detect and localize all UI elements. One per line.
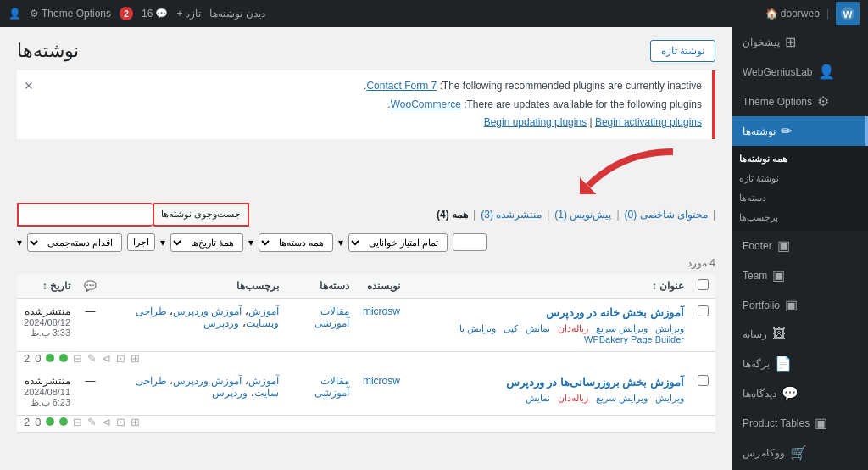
woo-icon: 🛒 (790, 445, 807, 461)
row2-category[interactable]: مقالات آموزشی (314, 375, 349, 399)
row2-icon-edit2: ✎ (87, 416, 97, 428)
table-row-icons1: ⊞ ⊡ ⊳ ✎ ⊟ 0 2 (17, 351, 715, 368)
row1-view-link[interactable]: نمایش (526, 323, 550, 333)
begin-updating-link[interactable]: Begin updating plugins (484, 116, 587, 128)
sidebar-item-pages[interactable]: 📄 برگه‌ها (732, 349, 868, 378)
row2-icon-forward: ⊳ (102, 416, 111, 428)
row1-icon-copy2: ⊡ (116, 352, 125, 365)
row1-trash-link[interactable]: زباله‌دان (558, 323, 588, 333)
posts-submenu: همه نوشته‌ها نوشتهٔ تازه دسته‌ها برچسب‌ه… (732, 146, 868, 231)
row1-category[interactable]: مقالات آموزشی (314, 305, 349, 329)
tab-draft[interactable]: پیش‌نویس (1) (554, 209, 611, 221)
wordpress-logo[interactable]: W (836, 2, 860, 25)
row2-view-link[interactable]: نمایش (526, 393, 550, 403)
bar-comments[interactable]: 💬 16 (142, 8, 168, 20)
contact-form-link[interactable]: Contact Form 7 (366, 80, 437, 92)
sidebar-sub-tags[interactable]: برچسب‌ها (732, 208, 868, 227)
sidebar: ⊞ پیشخوان 👤 WebGeniusLab ⚙ Theme Options… (732, 27, 868, 470)
row1-quick-edit-link[interactable]: ویرایش سریع (596, 323, 648, 333)
page-title: نوشته‌ها (17, 40, 79, 62)
sidebar-item-portfolio[interactable]: ▣ Portfolio (732, 290, 868, 320)
row1-tag2[interactable]: آموزش وردپرس (173, 305, 242, 317)
tab-all[interactable]: همه (4) (437, 209, 468, 221)
sidebar-label-media: رسانه (743, 328, 767, 340)
bar-theme-options[interactable]: Theme Options ⚙ (30, 8, 111, 20)
row2-tag1[interactable]: آموزش (248, 375, 279, 387)
filter-button[interactable]: صافی (453, 233, 487, 251)
begin-activating-link[interactable]: Begin activating plugins (595, 116, 702, 128)
notice-line3: Begin updating plugins | Begin activatin… (27, 114, 702, 132)
col-title-header: عنوان ↕ (407, 274, 691, 299)
woocommerce-link[interactable]: WooCommerce (391, 98, 461, 110)
apply-button[interactable]: اجرا (127, 233, 155, 251)
sidebar-item-woocommerce[interactable]: 🛒 ووکامرس (732, 438, 868, 467)
sidebar-item-footer[interactable]: ▣ Footer (732, 231, 868, 260)
row1-title[interactable]: آموزش بخش خانه در وردپرس (414, 305, 684, 321)
sidebar-sub-all-posts[interactable]: همه نوشته‌ها (732, 149, 868, 169)
search-posts-button[interactable]: جست‌وجوی نوشته‌ها (153, 203, 249, 227)
tab-personal[interactable]: محتوای شاخصی (0) (625, 209, 708, 221)
bar-user[interactable]: 👤 (8, 8, 21, 20)
row1-author-cell: microsw (356, 298, 407, 351)
sidebar-item-posts[interactable]: ✏ نوشته‌ها (732, 116, 868, 146)
new-post-button[interactable]: نوشتهٔ تازه (650, 40, 715, 62)
row1-dot1 (59, 354, 68, 362)
col-categories-header: دسته‌ها (286, 274, 356, 299)
sidebar-sub-new-post[interactable]: نوشتهٔ تازه (732, 169, 868, 188)
row1-num1: 0 (35, 352, 41, 365)
row2-tag2[interactable]: آموزش وردپرس (173, 375, 242, 387)
search-input[interactable] (17, 203, 153, 227)
sidebar-item-team[interactable]: ▣ Team (732, 260, 868, 290)
row2-trash-link[interactable]: زباله‌دان (558, 393, 588, 403)
row1-edit-link[interactable]: ویرایش (655, 323, 684, 333)
bar-notifications[interactable]: 2 (120, 7, 133, 20)
chevron-down-icon4: ▾ (17, 237, 22, 249)
sidebar-item-media[interactable]: 🖼 رسانه (732, 320, 868, 349)
sidebar-item-theme-options[interactable]: ⚙ Theme Options (732, 87, 868, 116)
row1-checkbox[interactable] (698, 305, 709, 316)
row1-actions: ویرایش ویرایش سریع زباله‌دان نمایش کپی و… (414, 323, 684, 344)
select-all-checkbox[interactable] (698, 279, 709, 290)
sidebar-item-dashboard[interactable]: ⊞ پیشخوان (732, 27, 868, 57)
accessibility-filter[interactable]: تمام امتیاز خوانایی (348, 233, 448, 252)
row1-tag4[interactable]: وردپرس (203, 317, 239, 329)
tab-published[interactable]: منتشرشده (3) (481, 209, 542, 221)
row2-author[interactable]: microsw (363, 375, 400, 387)
page-header: نوشتهٔ تازه نوشته‌ها (17, 40, 715, 62)
row2-dot1 (59, 417, 68, 426)
dashboard-icon: ⊞ (785, 34, 796, 50)
filter-row: صافی تمام امتیاز خوانایی ▾ همه دسته‌ها ▾… (17, 233, 715, 252)
categories-filter[interactable]: همه دسته‌ها (259, 233, 333, 252)
row2-tag4[interactable]: وردپرس (212, 387, 248, 399)
sidebar-item-webgeniuslab[interactable]: 👤 WebGeniusLab (732, 57, 868, 87)
row2-quick-edit-link[interactable]: ویرایش سریع (596, 393, 648, 403)
dates-filter[interactable]: همهٔ تاریخ‌ها (170, 233, 243, 252)
sidebar-label-pages: برگه‌ها (743, 358, 770, 370)
bulk-action-select[interactable]: اقدام دسته‌جمعی (27, 233, 122, 252)
row1-tag1[interactable]: آموزش (248, 305, 279, 317)
sidebar-sub-categories[interactable]: دسته‌ها (732, 188, 868, 208)
row1-check-cell (691, 298, 715, 351)
sidebar-item-comments[interactable]: 💬 دیدگاه‌ها (732, 378, 868, 408)
notice-close-button[interactable]: ✕ (24, 76, 34, 97)
row1-author[interactable]: microsw (363, 305, 400, 317)
row1-title-cell: آموزش بخش خانه در وردپرس ویرایش ویرایش س… (407, 298, 691, 351)
row2-icon-pin: ⊟ (73, 416, 82, 428)
row2-edit-link[interactable]: ویرایش (655, 393, 684, 403)
row1-copy-link[interactable]: کپی (504, 323, 518, 333)
comment-icon: 💬 (155, 8, 168, 20)
row1-icon-forward: ⊳ (102, 352, 111, 365)
bar-site-name[interactable]: doorweb 🏠 (765, 8, 820, 20)
row1-status: منتشرشده (24, 305, 70, 317)
bar-new[interactable]: تازه + (176, 8, 201, 20)
row1-num2: 2 (24, 352, 30, 365)
plus-icon: + (176, 8, 182, 20)
search-box: جست‌وجوی نوشته‌ها (17, 203, 249, 227)
admin-bar-right: دیدن نوشته‌ها تازه + 💬 16 2 Theme Option… (8, 7, 265, 20)
row2-title[interactable]: آموزش بخش بروزرسانی‌ها در وردپرس (414, 375, 684, 390)
bar-view-posts[interactable]: دیدن نوشته‌ها (209, 8, 264, 20)
row2-comment-cell: — (77, 368, 103, 416)
sidebar-item-product-tables[interactable]: ▣ Product Tables (732, 408, 868, 438)
sidebar-label-woocommerce: ووکامرس (743, 447, 785, 459)
row2-checkbox[interactable] (698, 375, 709, 386)
